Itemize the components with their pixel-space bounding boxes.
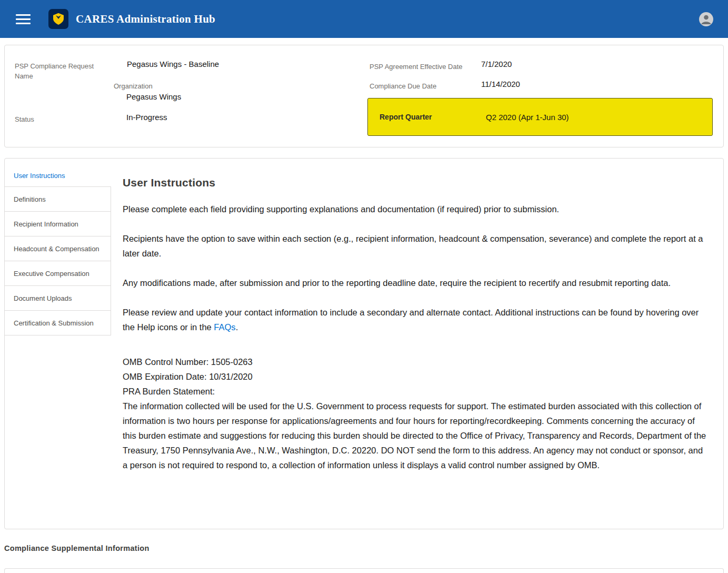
instruction-paragraph-4: Please review and update your contact in… bbox=[123, 305, 710, 334]
report-quarter-value: Q2 2020 (Apr 1-Jun 30) bbox=[486, 113, 569, 122]
app-header: CARES Administration Hub bbox=[0, 0, 728, 38]
omb-expiration-date: OMB Expiration Date: 10/31/2020 bbox=[123, 369, 710, 384]
tab-definitions[interactable]: Definitions bbox=[5, 186, 111, 212]
tab-label: Document Uploads bbox=[14, 294, 72, 302]
shield-logo-icon bbox=[52, 12, 65, 26]
status-label: Status bbox=[15, 114, 34, 124]
compliance-summary-card: PSP Compliance Request Name Pegasus Wing… bbox=[4, 45, 724, 147]
tab-recipient-information[interactable]: Recipient Information bbox=[5, 211, 111, 236]
pra-burden-label: PRA Burden Statement: bbox=[123, 384, 710, 399]
tab-label: Headcount & Compensation bbox=[14, 245, 99, 253]
section-tabs: User Instructions Definitions Recipient … bbox=[5, 159, 111, 529]
due-date-label: Compliance Due Date bbox=[370, 81, 436, 91]
omb-statement-block: OMB Control Number: 1505-0263 OMB Expira… bbox=[123, 354, 710, 472]
omb-control-number: OMB Control Number: 1505-0263 bbox=[123, 354, 710, 369]
supplemental-section-heading: Compliance Supplemental Information bbox=[4, 544, 724, 552]
content-title: User Instructions bbox=[123, 176, 710, 189]
paragraph-4-text: Please review and update your contact in… bbox=[123, 308, 699, 332]
user-instructions-content: User Instructions Please complete each f… bbox=[111, 159, 723, 529]
tab-document-uploads[interactable]: Document Uploads bbox=[5, 285, 111, 311]
report-quarter-label: Report Quarter bbox=[380, 113, 486, 121]
supplemental-card-partial bbox=[4, 568, 724, 573]
tab-executive-compensation[interactable]: Executive Compensation bbox=[5, 261, 111, 286]
tab-label: Executive Compensation bbox=[14, 270, 89, 278]
instruction-paragraph-1: Please complete each field providing sup… bbox=[123, 202, 710, 216]
tab-label: Recipient Information bbox=[14, 220, 78, 228]
status-value: In-Progress bbox=[126, 113, 167, 122]
page-title: CARES Administration Hub bbox=[76, 13, 215, 26]
organization-value: Pegasus Wings bbox=[126, 92, 181, 101]
effective-date-value: 7/1/2020 bbox=[481, 60, 512, 68]
instruction-paragraph-3: Any modifications made, after submission… bbox=[123, 275, 710, 290]
tab-user-instructions[interactable]: User Instructions bbox=[5, 164, 111, 187]
hamburger-menu-icon[interactable] bbox=[16, 14, 31, 24]
due-date-value: 11/14/2020 bbox=[481, 80, 520, 88]
pra-burden-text: The information collected will be used f… bbox=[123, 399, 710, 472]
paragraph-4-period: . bbox=[236, 322, 238, 332]
app-logo bbox=[48, 9, 68, 29]
user-avatar[interactable] bbox=[699, 12, 713, 26]
request-name-label: PSP Compliance Request Name bbox=[15, 61, 96, 81]
page-body: PSP Compliance Request Name Pegasus Wing… bbox=[0, 38, 728, 573]
tab-label: Definitions bbox=[14, 195, 46, 203]
tab-certification-submission[interactable]: Certification & Submission bbox=[5, 310, 111, 335]
tab-label: User Instructions bbox=[14, 172, 65, 180]
tab-headcount-compensation[interactable]: Headcount & Compensation bbox=[5, 236, 111, 261]
instruction-paragraph-2: Recipients have the option to save withi… bbox=[123, 231, 710, 261]
request-name-value: Pegasus Wings - Baseline bbox=[127, 60, 219, 68]
person-icon bbox=[699, 12, 713, 26]
user-instructions-card: User Instructions Definitions Recipient … bbox=[4, 158, 724, 529]
effective-date-label: PSP Agreement Effective Date bbox=[370, 62, 463, 72]
tab-label: Certification & Submission bbox=[14, 319, 94, 327]
organization-label: Organization bbox=[114, 81, 153, 91]
report-quarter-highlight: Report Quarter Q2 2020 (Apr 1-Jun 30) bbox=[367, 98, 713, 136]
faqs-link[interactable]: FAQs bbox=[214, 322, 235, 332]
